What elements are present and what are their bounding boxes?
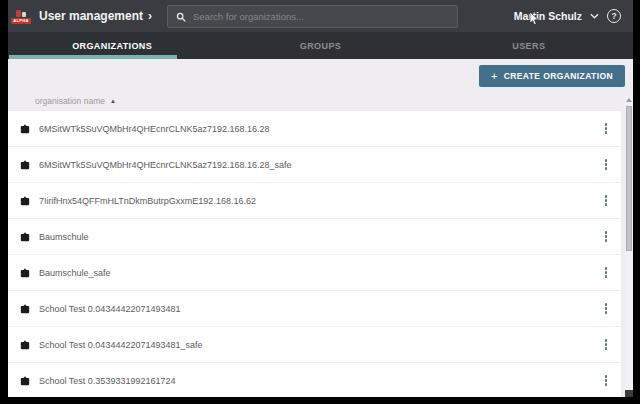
tab-users[interactable]: USERS	[425, 32, 633, 59]
search-icon	[176, 8, 186, 26]
user-menu-name[interactable]: Martin Schulz	[514, 10, 582, 22]
logo-icon	[16, 9, 26, 17]
kebab-menu-icon[interactable]	[601, 156, 612, 173]
kebab-menu-icon[interactable]	[601, 228, 612, 245]
kebab-menu-icon[interactable]	[601, 336, 612, 353]
logo-alpha-badge: ALPHA	[11, 18, 30, 24]
app-window: ALPHA User management › Martin Schulz ?	[8, 0, 633, 397]
briefcase-icon	[20, 304, 30, 314]
table-row[interactable]: Baumschule	[8, 219, 621, 255]
briefcase-icon	[20, 160, 30, 170]
kebab-menu-icon[interactable]	[601, 120, 612, 137]
toolbar: + CREATE ORGANIZATION	[8, 59, 633, 92]
kebab-menu-icon[interactable]	[601, 264, 612, 281]
app-logo[interactable]: ALPHA	[11, 9, 31, 24]
search-box[interactable]	[167, 5, 458, 28]
tab-bar: ORGANIZATIONS GROUPS USERS	[8, 32, 633, 59]
organization-name: Baumschule	[39, 232, 601, 242]
briefcase-icon	[20, 196, 30, 206]
plus-icon: +	[491, 70, 498, 82]
content-area: + CREATE ORGANIZATION organisation name …	[8, 59, 633, 397]
create-organization-button[interactable]: + CREATE ORGANIZATION	[479, 65, 625, 87]
chevron-down-icon[interactable]	[590, 13, 599, 19]
table-row[interactable]: Baumschule_safe	[8, 255, 621, 291]
page-title: User management	[39, 9, 143, 23]
help-icon[interactable]: ?	[607, 9, 621, 23]
tab-organizations[interactable]: ORGANIZATIONS	[8, 32, 216, 59]
breadcrumb-chevron-icon[interactable]: ›	[148, 9, 152, 23]
table-row[interactable]: 6MSitWTk5SuVQMbHr4QHEcnrCLNK5az7192.168.…	[8, 147, 621, 183]
tab-groups[interactable]: GROUPS	[216, 32, 424, 59]
kebab-menu-icon[interactable]	[601, 300, 612, 317]
briefcase-icon	[20, 124, 30, 134]
vertical-scrollbar[interactable]	[625, 97, 633, 397]
organizations-table: 6MSitWTk5SuVQMbHr4QHEcnrCLNK5az7192.168.…	[8, 110, 621, 397]
kebab-menu-icon[interactable]	[601, 372, 612, 389]
scroll-up-arrow-icon[interactable]	[626, 98, 632, 102]
organization-name: School Test 0.04344422071493481_safe	[39, 340, 601, 350]
briefcase-icon	[20, 376, 30, 386]
organization-name: 6MSitWTk5SuVQMbHr4QHEcnrCLNK5az7192.168.…	[39, 124, 601, 134]
organization-name: 7IirifHnx54QFFmHLTnDkmButrpGxxmE192.168.…	[39, 196, 601, 206]
breadcrumb: User management ›	[39, 9, 152, 23]
briefcase-icon	[20, 232, 30, 242]
organization-name: 6MSitWTk5SuVQMbHr4QHEcnrCLNK5az7192.168.…	[39, 160, 601, 170]
column-header-organisation-name[interactable]: organisation name	[35, 96, 105, 106]
search-input[interactable]	[193, 11, 449, 22]
table-row[interactable]: School Test 0.04344422071493481_safe	[8, 327, 621, 363]
scroll-down-button[interactable]	[625, 390, 633, 397]
briefcase-icon	[20, 268, 30, 278]
organization-name: Baumschule_safe	[39, 268, 601, 278]
organization-name: School Test 0.3539331992161724	[39, 376, 601, 386]
table-row[interactable]: School Test 0.3539331992161724	[8, 363, 621, 397]
user-menu: Martin Schulz ?	[514, 0, 621, 32]
table-row[interactable]: School Test 0.04344422071493481	[8, 291, 621, 327]
table-row[interactable]: 7IirifHnx54QFFmHLTnDkmButrpGxxmE192.168.…	[8, 183, 621, 219]
create-organization-label: CREATE ORGANIZATION	[504, 71, 613, 81]
top-bar: ALPHA User management › Martin Schulz ?	[8, 0, 633, 32]
briefcase-icon	[20, 340, 30, 350]
screen: ALPHA User management › Martin Schulz ?	[0, 0, 640, 404]
kebab-menu-icon[interactable]	[601, 192, 612, 209]
organization-name: School Test 0.04344422071493481	[39, 304, 601, 314]
table-header: organisation name ▲	[8, 92, 633, 110]
sort-ascending-icon[interactable]: ▲	[110, 98, 116, 104]
scrollbar-thumb[interactable]	[626, 106, 632, 251]
table-row[interactable]: 6MSitWTk5SuVQMbHr4QHEcnrCLNK5az7192.168.…	[8, 111, 621, 147]
